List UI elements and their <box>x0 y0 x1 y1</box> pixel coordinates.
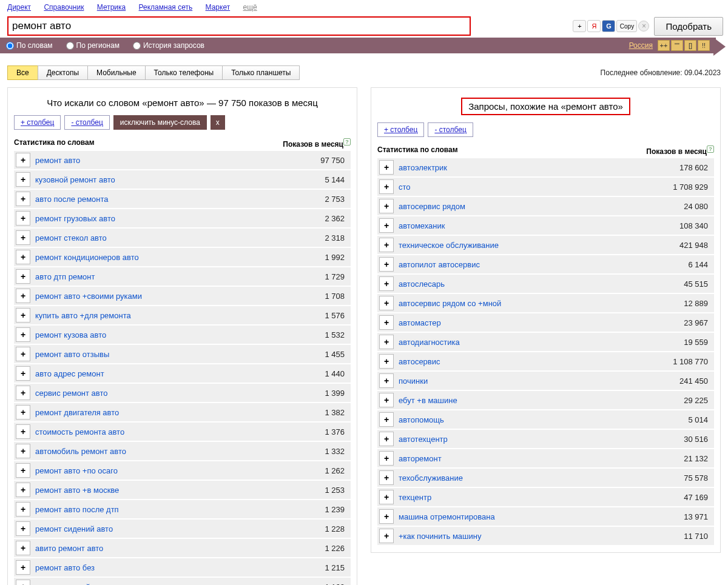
keyword-link[interactable]: автомеханик <box>399 221 679 230</box>
expand-icon[interactable]: + <box>16 192 30 206</box>
keyword-link[interactable]: ремонт кузова авто <box>35 330 325 339</box>
expand-icon[interactable]: + <box>16 444 30 458</box>
expand-icon[interactable]: + <box>16 366 30 381</box>
expand-icon[interactable]: + <box>16 153 30 167</box>
google-icon[interactable]: G <box>602 20 615 32</box>
keyword-link[interactable]: сто <box>399 182 673 192</box>
keyword-link[interactable]: ремонт двигателя авто <box>35 408 325 417</box>
copy-button[interactable]: Copy <box>616 20 637 32</box>
keyword-link[interactable]: автослесарь <box>399 279 684 289</box>
plus-aux-button[interactable]: + <box>573 20 586 32</box>
keyword-link[interactable]: сервис ремонт авто <box>35 389 325 398</box>
keyword-link[interactable]: ремонт сидений авто <box>35 524 325 533</box>
expand-icon[interactable]: + <box>379 218 394 233</box>
tab-tablets[interactable]: Только планшеты <box>222 65 300 80</box>
expand-icon[interactable]: + <box>16 386 30 400</box>
expand-icon[interactable]: + <box>379 393 394 407</box>
help-icon[interactable]: ? <box>343 138 351 145</box>
op-quotes-button[interactable]: "" <box>671 40 683 51</box>
radio-by-words[interactable]: По словам <box>6 41 53 50</box>
expand-icon[interactable]: + <box>16 327 30 342</box>
expand-icon[interactable]: + <box>16 521 30 536</box>
expand-icon[interactable]: + <box>16 580 30 585</box>
keyword-link[interactable]: техцентр <box>399 493 684 502</box>
expand-icon[interactable]: + <box>16 541 30 555</box>
tab-desktops[interactable]: Десктопы <box>38 65 88 80</box>
expand-icon[interactable]: + <box>379 509 394 524</box>
keyword-link[interactable]: автопомощь <box>399 415 688 424</box>
right-remove-column-button[interactable]: - столбец <box>428 122 473 137</box>
keyword-link[interactable]: купить авто +для ремонта <box>35 311 325 320</box>
expand-icon[interactable]: + <box>16 289 30 303</box>
keyword-link[interactable]: авторемонт <box>399 454 684 463</box>
nav-market[interactable]: Маркет <box>206 3 231 12</box>
keyword-link[interactable]: ремонт авто без <box>35 563 325 572</box>
keyword-link[interactable]: починки <box>399 376 679 386</box>
right-add-column-button[interactable]: + столбец <box>377 122 424 137</box>
clear-icon[interactable]: × <box>638 21 649 32</box>
expand-icon[interactable]: + <box>379 354 394 369</box>
exclude-close-button[interactable]: x <box>211 115 225 130</box>
expand-icon[interactable]: + <box>379 432 394 446</box>
nav-more[interactable]: ещё <box>243 3 257 12</box>
expand-icon[interactable]: + <box>16 230 30 245</box>
keyword-link[interactable]: автосервис рядом со +мной <box>399 299 684 308</box>
nav-metrika[interactable]: Метрика <box>97 3 126 12</box>
expand-icon[interactable]: + <box>379 529 394 543</box>
keyword-link[interactable]: ремонт кондиционеров авто <box>35 253 325 262</box>
keyword-link[interactable]: +как починить машину <box>399 532 684 541</box>
expand-icon[interactable]: + <box>379 451 394 466</box>
keyword-link[interactable]: техобслуживание <box>399 473 684 483</box>
expand-icon[interactable]: + <box>379 335 394 349</box>
expand-icon[interactable]: + <box>16 211 30 226</box>
expand-icon[interactable]: + <box>16 502 30 516</box>
keyword-link[interactable]: авто дтп ремонт <box>35 272 325 281</box>
expand-icon[interactable]: + <box>379 160 394 175</box>
nav-direct[interactable]: Директ <box>7 3 31 12</box>
expand-icon[interactable]: + <box>16 463 30 478</box>
keyword-link[interactable]: автомастер <box>399 318 684 327</box>
submit-button[interactable]: Подобрать <box>654 17 723 36</box>
expand-icon[interactable]: + <box>379 373 394 388</box>
keyword-link[interactable]: машина отремонтирована <box>399 512 684 521</box>
expand-icon[interactable]: + <box>16 424 30 439</box>
expand-icon[interactable]: + <box>379 412 394 427</box>
radio-history[interactable]: История запросов <box>133 41 204 50</box>
keyword-link[interactable]: автоэлектрик <box>399 163 679 172</box>
keyword-link[interactable]: кузовной ремонт авто <box>35 175 325 184</box>
exclude-minus-words-button[interactable]: исключить минус-слова <box>113 115 207 130</box>
expand-icon[interactable]: + <box>379 276 394 291</box>
keyword-link[interactable]: техническое обслуживание <box>399 241 679 250</box>
keyword-link[interactable]: ремонт авто +в москве <box>35 486 325 495</box>
op-bangbang-button[interactable]: !! <box>698 40 710 51</box>
keyword-link[interactable]: автотехцентр <box>399 435 684 444</box>
expand-icon[interactable]: + <box>379 296 394 310</box>
nav-spravochnik[interactable]: Справочник <box>44 3 84 12</box>
expand-icon[interactable]: + <box>16 250 30 264</box>
keyword-link[interactable]: ремонт авто +своими руками <box>35 292 325 301</box>
keyword-link[interactable]: авто адрес ремонт <box>35 369 325 378</box>
keyword-link[interactable]: автосервис рядом <box>399 202 684 211</box>
tab-phones[interactable]: Только телефоны <box>145 65 223 80</box>
expand-icon[interactable]: + <box>379 315 394 330</box>
keyword-link[interactable]: ремонт дверей авто <box>35 583 325 586</box>
op-brackets-button[interactable]: [] <box>684 40 696 51</box>
keyword-link[interactable]: автомобиль ремонт авто <box>35 447 325 456</box>
expand-icon[interactable]: + <box>16 405 30 420</box>
left-add-column-button[interactable]: + столбец <box>14 115 61 130</box>
keyword-link[interactable]: ремонт стекол авто <box>35 233 325 242</box>
op-plusplus-button[interactable]: ++ <box>658 40 670 51</box>
expand-icon[interactable]: + <box>16 483 30 497</box>
keyword-link[interactable]: ремонт авто после дтп <box>35 505 325 514</box>
keyword-link[interactable]: ремонт авто +по осаго <box>35 466 325 475</box>
expand-icon[interactable]: + <box>16 560 30 575</box>
yandex-icon[interactable]: Я <box>587 20 601 32</box>
tab-mobile[interactable]: Мобильные <box>87 65 146 80</box>
help-icon[interactable]: ? <box>707 145 714 153</box>
keyword-link[interactable]: автосервис <box>399 357 673 366</box>
expand-icon[interactable]: + <box>16 347 30 361</box>
keyword-link[interactable]: ремонт авто <box>35 156 320 165</box>
region-link[interactable]: Россия <box>629 41 653 50</box>
keyword-link[interactable]: автодиагностика <box>399 338 684 347</box>
expand-icon[interactable]: + <box>379 238 394 252</box>
